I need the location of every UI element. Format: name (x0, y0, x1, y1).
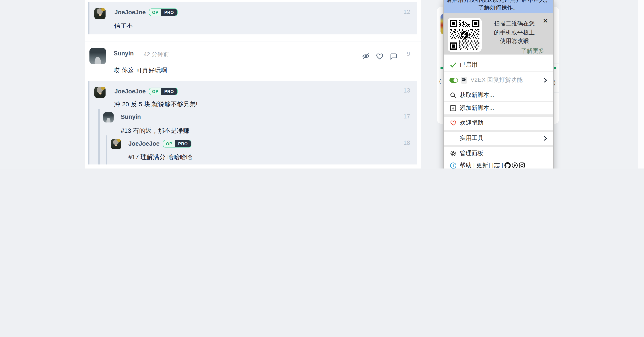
comment-text: 信了不 (114, 22, 133, 30)
avatar[interactable] (90, 48, 106, 64)
green-line-fragment (554, 67, 556, 69)
avatar[interactable] (94, 87, 106, 98)
floor-number[interactable]: 12 (392, 8, 410, 15)
script-toggle-on[interactable] (450, 77, 458, 82)
menu-item-donate[interactable]: 欢迎捐助 (444, 117, 553, 129)
hide-replies-icon[interactable] (361, 52, 370, 60)
search-icon (450, 92, 456, 99)
info-icon (450, 162, 456, 168)
qr-instructions: 扫描二维码在您 的手机或平板上 使用篡改猴 (483, 19, 546, 45)
menu-item-script[interactable]: V2EX 回复打赏功能 (444, 74, 553, 86)
gear-icon (450, 150, 456, 157)
op-pro-badge: OPPRO (163, 140, 192, 147)
comment-text: 冲 20,反 5 块,就说够不够兄弟! (114, 101, 198, 109)
comment-time: 42 分钟前 (144, 50, 169, 58)
floor-number[interactable]: 13 (392, 87, 410, 94)
like-icon[interactable] (376, 53, 384, 60)
comment-username[interactable]: JoeJoeJoe (128, 140, 160, 147)
nesting-border (98, 109, 100, 164)
comment-username[interactable]: JoeJoeJoe (114, 9, 146, 16)
add-script-icon (450, 105, 456, 112)
qr-panel: 扫描二维码在您 的手机或平板上 使用篡改猴 了解更多 ✕ (444, 13, 553, 54)
nesting-border (106, 135, 107, 164)
instagram-icon[interactable] (519, 162, 525, 168)
op-pro-badge: OPPRO (149, 88, 178, 95)
check-icon (450, 61, 456, 68)
avatar[interactable] (111, 139, 121, 149)
green-line-fragment (440, 67, 443, 69)
developer-mode-banner[interactable]: 请启用开发者模式以允许用户脚本注入。 了解如何操作。 (444, 0, 553, 13)
menu-item-enabled[interactable]: 已启用 (444, 58, 553, 71)
github-icon[interactable] (504, 162, 511, 168)
comment-column: JoeJoeJoe OPPRO 12 信了不 Sunyin 42 分钟前 9 哎… (85, 0, 421, 168)
menu-item-dashboard[interactable]: 管理面板 (444, 147, 553, 160)
comment-username[interactable]: Sunyin (121, 113, 141, 120)
userscript-icon (461, 77, 467, 83)
chevron-right-icon (544, 136, 547, 141)
menu-item-get-scripts[interactable]: 获取新脚本... (444, 89, 553, 101)
avatar[interactable] (94, 8, 106, 19)
text-fragment: ( (439, 78, 441, 84)
comment-divider (85, 41, 421, 42)
tampermonkey-popup: 请启用开发者模式以允许用户脚本注入。 了解如何操作。 (443, 0, 554, 168)
comment-text: 哎 你这 可真好玩啊 (114, 67, 167, 75)
comment-text: #13 有的返，那不是净赚 (121, 127, 190, 135)
qr-code (448, 18, 482, 52)
scrollbar-track[interactable] (638, 0, 644, 168)
facebook-icon[interactable] (512, 162, 518, 168)
comment-text: #17 理解满分 哈哈哈哈 (128, 153, 192, 161)
menu-item-add-script[interactable]: 添加新脚本... (444, 102, 553, 114)
comment-username[interactable]: Sunyin (114, 50, 134, 57)
floor-number[interactable]: 17 (392, 113, 410, 120)
close-icon[interactable]: ✕ (543, 17, 548, 24)
text-fragment: ) (554, 79, 556, 86)
donate-heart-icon (450, 119, 456, 126)
menu-item-utilities[interactable]: 实用工具 (444, 132, 553, 144)
banner-link[interactable]: 了解如何操作。 (444, 3, 553, 12)
floor-number[interactable]: 18 (392, 139, 410, 146)
comment-username[interactable]: JoeJoeJoe (114, 88, 146, 95)
op-pro-badge: OPPRO (149, 8, 178, 16)
chevron-right-icon (544, 77, 547, 82)
avatar[interactable] (103, 112, 114, 122)
menu-item-help[interactable]: 帮助 | 更新日志 | (444, 159, 553, 168)
reply-thread-box (88, 2, 417, 34)
screen: JoeJoeJoe OPPRO 12 信了不 Sunyin 42 分钟前 9 哎… (0, 0, 644, 168)
floor-number[interactable]: 9 (392, 50, 410, 57)
learn-more-link[interactable]: 了解更多 (521, 47, 544, 55)
